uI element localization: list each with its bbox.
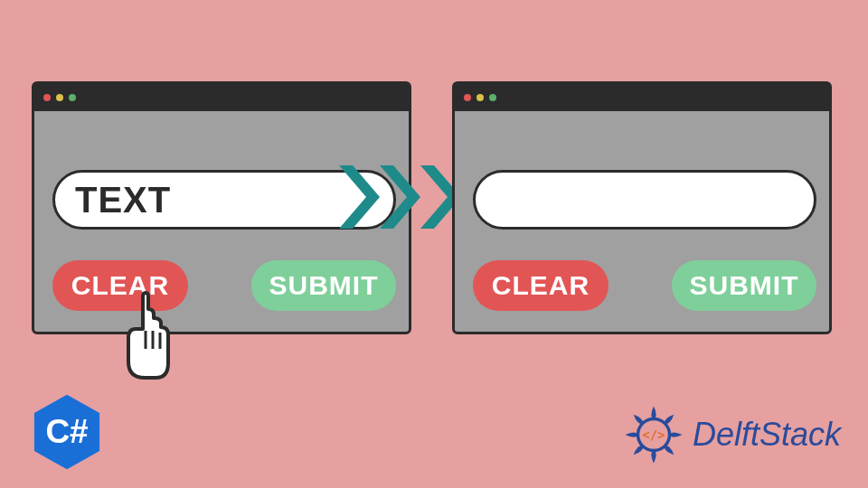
titlebar	[34, 84, 409, 111]
submit-button[interactable]: SUBMIT	[672, 260, 816, 311]
csharp-label: C#	[45, 413, 88, 450]
transition-arrows-icon	[335, 161, 470, 233]
close-dot-icon[interactable]	[464, 94, 471, 101]
maximize-dot-icon[interactable]	[489, 94, 496, 101]
text-input[interactable]	[473, 170, 816, 230]
window-after: CLEAR SUBMIT	[452, 81, 832, 334]
brand-emblem-icon: </>	[622, 403, 685, 466]
csharp-badge-icon: C#	[27, 392, 107, 472]
minimize-dot-icon[interactable]	[476, 94, 484, 101]
maximize-dot-icon[interactable]	[69, 94, 76, 101]
clear-button[interactable]: CLEAR	[473, 260, 609, 311]
clear-button[interactable]: CLEAR	[52, 260, 188, 311]
titlebar	[455, 84, 829, 111]
submit-button[interactable]: SUBMIT	[251, 260, 396, 311]
minimize-dot-icon[interactable]	[56, 94, 63, 101]
close-dot-icon[interactable]	[43, 94, 51, 101]
svg-text:</>: </>	[642, 427, 665, 442]
brand-name: DelftStack	[693, 416, 841, 454]
brand-logo: </> DelftStack	[622, 403, 841, 466]
